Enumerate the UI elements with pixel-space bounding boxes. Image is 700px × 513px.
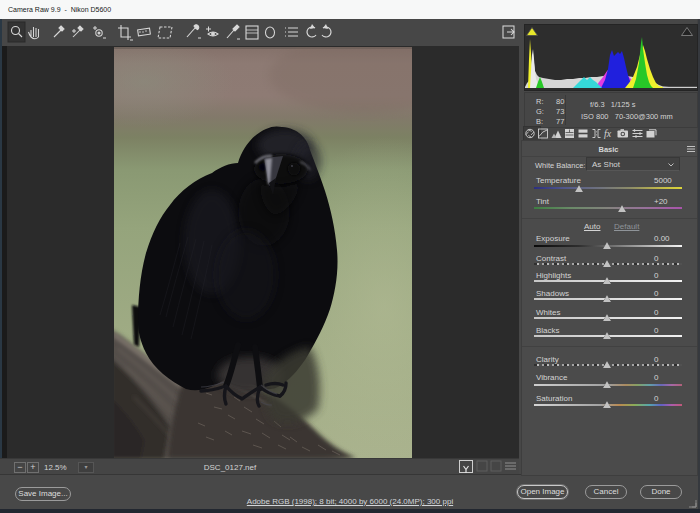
svg-text:fx: fx	[604, 128, 612, 139]
